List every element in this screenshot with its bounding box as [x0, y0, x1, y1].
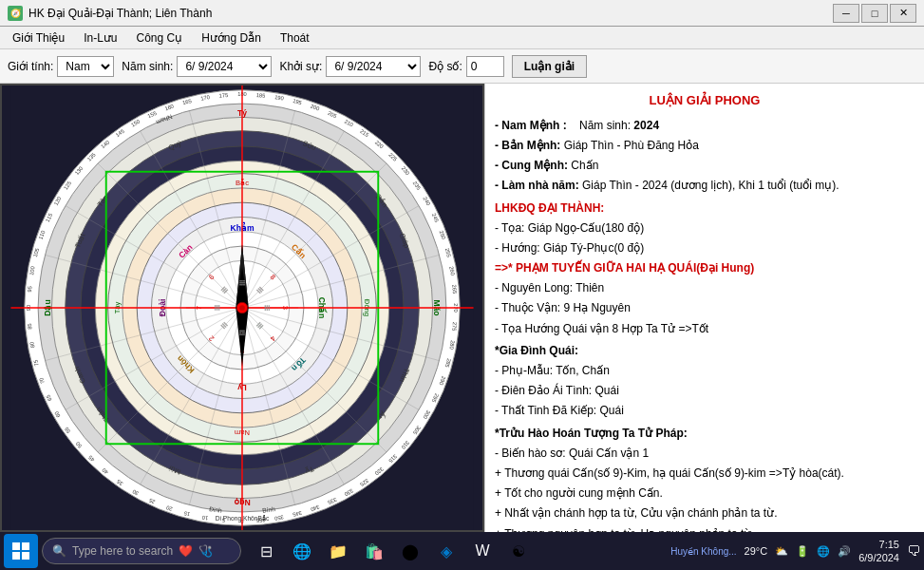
luan-giai-button[interactable]: Luận giải: [512, 55, 587, 78]
menu-gioi-thieu[interactable]: Giới Thiệu: [4, 28, 73, 48]
nam-sinh-select[interactable]: 6/ 9/2024: [177, 56, 272, 77]
tru-hao-title: *Trửu Hào Hoán Tượng Ta Tử Pháp:: [495, 427, 688, 440]
bien-hao-so: - Biến hào sơ: Quái Cấn vận 1: [495, 446, 649, 460]
time-display: 7:15: [858, 538, 899, 551]
line-3: - Cung Mệnh: Chấn: [495, 157, 915, 175]
line-21: + Thương nguyên hợp ta từ, Hạ nguyên phả…: [495, 525, 915, 532]
taskbar-app-files[interactable]: 📁: [321, 534, 355, 568]
heart-icon: ❤️: [179, 544, 193, 558]
taskbar-search[interactable]: 🔍 Type here to search ❤️ 🩺: [42, 538, 241, 564]
nguyen-long: - Nguyên Long: Thiên: [495, 281, 604, 294]
line-18: + Thương quái Cấn(số 9)-Kim, hạ quái Cấn…: [495, 465, 915, 483]
line-6: - Tọa: Giáp Ngọ-Cấu(180 độ): [495, 219, 915, 238]
line-10: - Thuộc Vận: 9 Hạ Nguyên: [495, 299, 915, 317]
svg-rect-158: [22, 552, 29, 560]
toolbar: Giới tính: Nam Nữ Năm sinh: 6/ 9/2024 Kh…: [0, 49, 924, 84]
svg-text:185: 185: [256, 92, 266, 99]
toa: - Tọa: Giáp Ngọ-Cấu(180 độ): [495, 221, 644, 235]
that-tinh: - Thất Tinh Đã Kiếp: Quái: [495, 404, 624, 417]
khoi-su-label: Khởi sự:: [279, 60, 322, 73]
line-13: - Phụ-Mẫu: Tốn, Chấn: [495, 362, 915, 380]
stethoscope-icon: 🩺: [198, 544, 213, 558]
right-panel[interactable]: LUẬN GIẢI PHONG - Nam Mệnh : Năm sinh: 2…: [484, 84, 924, 532]
menu-in-luu[interactable]: In-Lưu: [75, 28, 125, 48]
svg-text:☵: ☵: [239, 279, 245, 286]
line-17: - Biến hào sơ: Quái Cấn vận 1: [495, 445, 915, 463]
taskbar-app-taskview[interactable]: ⊟: [249, 534, 283, 568]
pham-tuyen: =>* PHẠM TUYẾN GIỮA HAI HẠ QUÁI(Đại Hung…: [495, 261, 754, 275]
temperature: 29°C: [745, 545, 768, 557]
line-4: - Làm nhà năm: Giáp Thìn - 2024 (dương l…: [495, 177, 915, 195]
taskbar-active-app: Huyền Không...: [670, 546, 736, 557]
gioi-tinh-select[interactable]: Nam Nữ: [57, 56, 114, 77]
battery-icon: 🔋: [796, 545, 809, 558]
line-14: - Điên Đảo Ái Tình: Quái: [495, 382, 915, 400]
taskbar-time: 7:15 6/9/2024: [858, 538, 899, 565]
svg-text:175: 175: [218, 92, 228, 99]
close-button[interactable]: ✕: [890, 4, 916, 23]
search-icon: 🔍: [52, 544, 66, 558]
taskbar-app-chrome[interactable]: ⬤: [393, 534, 427, 568]
taskbar-app-edge[interactable]: 🌐: [285, 534, 319, 568]
dien-dao: - Điên Đảo Ái Tình: Quái: [495, 384, 619, 397]
menu-thoat[interactable]: Thoát: [272, 28, 318, 48]
line-16: *Trửu Hào Hoán Tượng Ta Tử Pháp:: [495, 425, 915, 443]
nam-sinh-label: Năm sinh:: [122, 60, 173, 73]
thuoc-van: - Thuộc Vận: 9 Hạ Nguyên: [495, 301, 631, 314]
search-placeholder: Type here to search: [72, 544, 173, 558]
weather-icon: ⛅: [775, 545, 788, 558]
start-button[interactable]: [4, 534, 38, 568]
svg-rect-157: [12, 552, 20, 560]
khoi-su-select[interactable]: 6/ 9/2024: [326, 56, 421, 77]
window-title: HK Đại Quải-Đại Thành; Liên Thành: [28, 7, 212, 20]
svg-text:Di Phong KhônBắc: Di Phong KhônBắc: [216, 515, 270, 522]
taskbar: 🔍 Type here to search ❤️ 🩺 ⊟ 🌐 📁 🛍️ ⬤ ◈ …: [0, 532, 924, 570]
phu-mau: - Phụ-Mẫu: Tốn, Chấn: [495, 364, 610, 377]
tot-cho-1: + Tốt cho người cung mệnh Cấn.: [495, 486, 663, 500]
title-bar: 🧭 HK Đại Quải-Đại Thành; Liên Thành ─ □ …: [0, 0, 924, 27]
taskbar-right: Huyền Không... 29°C ⛅ 🔋 🌐 🔊 7:15 6/9/202…: [670, 538, 920, 565]
sound-icon: 🔊: [838, 545, 851, 558]
huong: - Hướng: Giáp Tý-Phục(0 độ): [495, 241, 644, 255]
lhkdq-title: LHKĐQ ĐẠI THÀNH:: [495, 201, 604, 215]
svg-text:☲: ☲: [239, 330, 245, 336]
svg-text:85: 85: [27, 323, 33, 330]
toa-huong: - Tọa Hướng Quái vận 8 Hợp Ta Tử =>Tốt: [495, 322, 708, 335]
svg-text:80: 80: [28, 341, 35, 348]
taskbar-app-vscode[interactable]: ◈: [429, 534, 463, 568]
svg-text:☳: ☳: [264, 305, 271, 311]
menu-huong-dan[interactable]: Hướng Dẫn: [193, 28, 270, 48]
maximize-button[interactable]: □: [861, 4, 888, 23]
nhat-van: + Nhất vận chánh hợp ta từ, Cửu vận chán…: [495, 506, 778, 520]
date-display: 6/9/2024: [858, 551, 899, 564]
svg-text:☱: ☱: [214, 305, 220, 311]
taskbar-app-word[interactable]: W: [465, 534, 500, 568]
line-7: - Hướng: Giáp Tý-Phục(0 độ): [495, 239, 915, 257]
nam-menh-label: - Nam Mệnh : Năm sinh: 2024: [495, 119, 659, 132]
taskbar-app-custom[interactable]: ☯: [501, 534, 536, 568]
network-icon: 🌐: [817, 545, 830, 558]
line-11: - Tọa Hướng Quái vận 8 Hợp Ta Tử =>Tốt: [495, 320, 915, 338]
line-9: - Nguyên Long: Thiên: [495, 279, 915, 297]
notification-icon[interactable]: 🗨: [907, 543, 920, 559]
svg-rect-155: [12, 542, 20, 550]
line-15: - Thất Tinh Đã Kiếp: Quái: [495, 402, 915, 420]
compass-panel: 180 185 190 195 200 205 210 215 220 225 …: [0, 84, 484, 532]
line-19: + Tốt cho người cung mệnh Cấn.: [495, 484, 915, 503]
app-icon: 🧭: [8, 6, 23, 21]
svg-point-142: [239, 305, 245, 311]
taskbar-app-store[interactable]: 🛍️: [357, 534, 391, 568]
menu-bar: Giới Thiệu In-Lưu Công Cụ Hướng Dẫn Thoá…: [0, 27, 924, 49]
lam-nha: - Làm nhà năm: Giáp Thìn - 2024 (dương l…: [495, 179, 839, 192]
gia-dinh-title: *Gia Đình Quái:: [495, 344, 578, 357]
menu-cong-cu[interactable]: Công Cụ: [128, 28, 192, 48]
minimize-button[interactable]: ─: [833, 4, 859, 23]
do-so-input[interactable]: [466, 56, 504, 77]
cung-menh: - Cung Mệnh: Chấn: [495, 159, 598, 172]
do-so-label: Độ số:: [428, 60, 462, 73]
line-1: - Nam Mệnh : Năm sinh: 2024: [495, 117, 915, 135]
svg-rect-156: [22, 542, 29, 550]
svg-text:95: 95: [27, 286, 33, 293]
svg-text:10: 10: [201, 515, 208, 522]
panel-title: LUẬN GIẢI PHONG: [495, 91, 915, 111]
